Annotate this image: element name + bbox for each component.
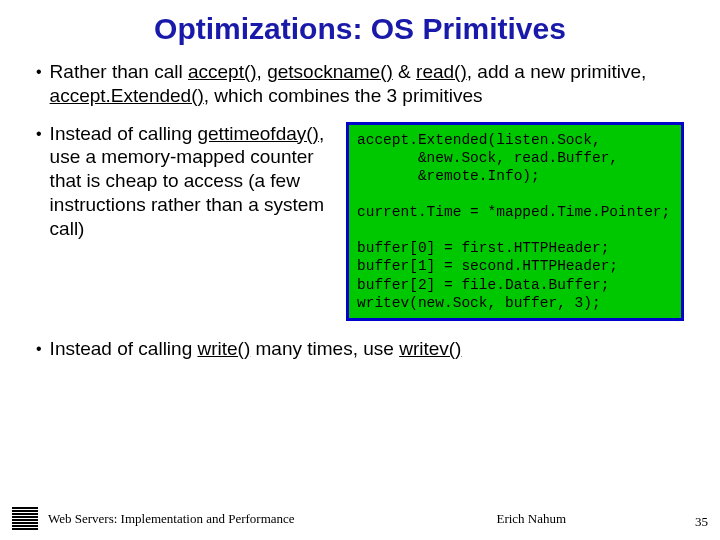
bullet-1-text: Rather than call accept(), getsockname()…	[50, 60, 684, 108]
text: Instead of calling	[50, 123, 198, 144]
code-line: current.Time = *mapped.Time.Pointer;	[357, 204, 670, 220]
underline-accept: accept()	[188, 61, 257, 82]
code-box: accept.Extended(listen.Sock, &new.Sock, …	[346, 122, 684, 321]
underline-acceptextended: accept.Extended()	[50, 85, 204, 106]
page-number: 35	[695, 514, 708, 530]
bullet-2-text: Instead of calling gettimeofday(), use a…	[50, 122, 336, 241]
slide-title: Optimizations: OS Primitives	[0, 0, 720, 60]
code-line: buffer[0] = first.HTTPHeader;	[357, 240, 609, 256]
code-line: writev(new.Sock, buffer, 3);	[357, 295, 601, 311]
text: &	[393, 61, 416, 82]
bullet-3: • Instead of calling write() many times,…	[36, 337, 684, 361]
code-line: buffer[2] = file.Data.Buffer;	[357, 277, 609, 293]
logo-bars	[12, 507, 38, 530]
bullet-dot: •	[36, 62, 42, 108]
bullet-2: • Instead of calling gettimeofday(), use…	[36, 122, 336, 241]
middle-row: • Instead of calling gettimeofday(), use…	[36, 122, 684, 321]
bullet-dot: •	[36, 124, 42, 241]
underline-read: read()	[416, 61, 467, 82]
underline-getsockname: getsockname()	[267, 61, 393, 82]
ibm-logo-icon	[12, 507, 38, 530]
text: , which combines the 3 primitives	[204, 85, 483, 106]
bullet-1: • Rather than call accept(), getsockname…	[36, 60, 684, 108]
bullet-3-text: Instead of calling write() many times, u…	[50, 337, 684, 361]
code-line: buffer[1] = second.HTTPHeader;	[357, 258, 618, 274]
underline-gettimeofday: gettimeofday()	[197, 123, 318, 144]
code-line: &remote.Info);	[357, 168, 540, 184]
slide-content: • Rather than call accept(), getsockname…	[0, 60, 720, 361]
footer-title: Web Servers: Implementation and Performa…	[48, 511, 295, 527]
text: , add a new primitive,	[467, 61, 647, 82]
text: many times, use	[250, 338, 399, 359]
footer-author: Erich Nahum	[436, 511, 566, 527]
code-line: accept.Extended(listen.Sock,	[357, 132, 601, 148]
code-line: &new.Sock, read.Buffer,	[357, 150, 618, 166]
slide-footer: Web Servers: Implementation and Performa…	[0, 507, 720, 530]
underline-write: write()	[197, 338, 250, 359]
text: Instead of calling	[50, 338, 198, 359]
bullet-dot: •	[36, 339, 42, 361]
text: Rather than call	[50, 61, 188, 82]
underline-writev: writev()	[399, 338, 461, 359]
text: ,	[257, 61, 268, 82]
